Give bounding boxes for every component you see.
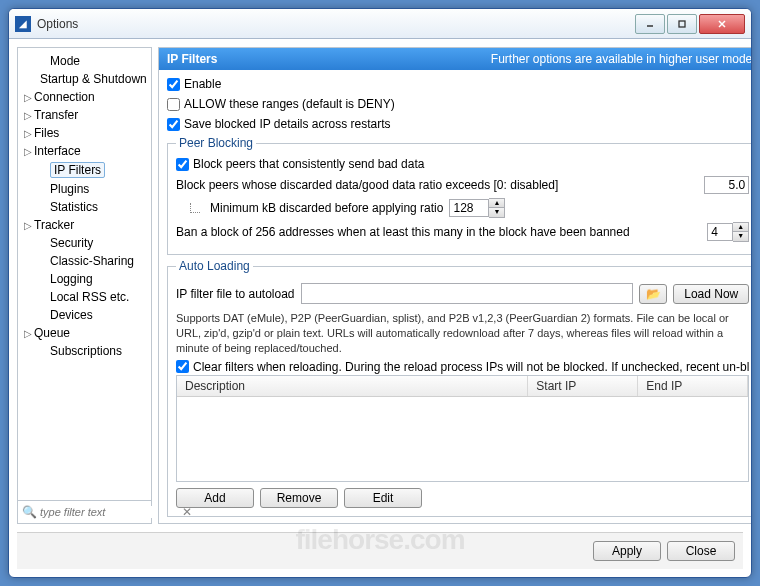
sidebar-item-label: Interface bbox=[34, 144, 81, 158]
sidebar-item-label: Logging bbox=[50, 272, 93, 286]
sidebar-item-tracker[interactable]: ▷Tracker bbox=[20, 216, 149, 234]
allow-label: ALLOW these ranges (default is DENY) bbox=[184, 97, 395, 111]
expand-icon[interactable]: ▷ bbox=[24, 220, 34, 231]
browse-button[interactable]: 📂 bbox=[639, 284, 667, 304]
sidebar-item-subscriptions[interactable]: Subscriptions bbox=[20, 342, 149, 360]
page-title: IP Filters bbox=[167, 52, 217, 66]
allow-row: ALLOW these ranges (default is DENY) bbox=[167, 96, 752, 112]
ban-block-spin-buttons: ▲ ▼ bbox=[733, 222, 749, 242]
min-kb-spin-buttons: ▲ ▼ bbox=[489, 198, 505, 218]
spin-up-icon[interactable]: ▲ bbox=[489, 199, 504, 208]
close-button[interactable]: Close bbox=[667, 541, 735, 561]
spin-up-icon[interactable]: ▲ bbox=[733, 223, 748, 232]
sidebar-item-label: Local RSS etc. bbox=[50, 290, 129, 304]
col-description[interactable]: Description bbox=[177, 376, 528, 396]
filter-table: Description Start IP End IP bbox=[176, 375, 749, 482]
sidebar-item-transfer[interactable]: ▷Transfer bbox=[20, 106, 149, 124]
minimize-button[interactable] bbox=[635, 14, 665, 34]
ban-block-row: Ban a block of 256 addresses when at lea… bbox=[176, 222, 749, 242]
content: ModeStartup & Shutdown▷Connection▷Transf… bbox=[9, 39, 751, 532]
sidebar-item-mode[interactable]: Mode bbox=[20, 52, 149, 70]
titlebar: ◢ Options bbox=[9, 9, 751, 39]
sidebar-item-label: Subscriptions bbox=[50, 344, 122, 358]
block-bad-label: Block peers that consistently send bad d… bbox=[193, 157, 424, 171]
sidebar-item-connection[interactable]: ▷Connection bbox=[20, 88, 149, 106]
enable-row: Enable bbox=[167, 76, 752, 92]
sidebar-item-label: Queue bbox=[34, 326, 70, 340]
clear-filters-checkbox[interactable] bbox=[176, 360, 189, 373]
table-body[interactable] bbox=[177, 397, 748, 481]
sidebar-item-label: Startup & Shutdown bbox=[40, 72, 147, 86]
sidebar-item-classic-sharing[interactable]: Classic-Sharing bbox=[20, 252, 149, 270]
sidebar-item-devices[interactable]: Devices bbox=[20, 306, 149, 324]
load-now-button[interactable]: Load Now bbox=[673, 284, 749, 304]
main-body: Enable ALLOW these ranges (default is DE… bbox=[159, 70, 752, 523]
add-button[interactable]: Add bbox=[176, 488, 254, 508]
ratio-row: Block peers whose discarded data/good da… bbox=[176, 176, 749, 194]
close-window-button[interactable] bbox=[699, 14, 745, 34]
min-kb-spinner: ▲ ▼ bbox=[449, 198, 505, 218]
sidebar-item-label: Files bbox=[34, 126, 59, 140]
sidebar-item-label: Plugins bbox=[50, 182, 89, 196]
sidebar-item-label: Connection bbox=[34, 90, 95, 104]
expand-icon[interactable]: ▷ bbox=[24, 110, 34, 121]
enable-checkbox[interactable] bbox=[167, 78, 180, 91]
table-header: Description Start IP End IP bbox=[177, 376, 748, 397]
edit-button[interactable]: Edit bbox=[344, 488, 422, 508]
sidebar-item-interface[interactable]: ▷Interface bbox=[20, 142, 149, 160]
sidebar-item-security[interactable]: Security bbox=[20, 234, 149, 252]
sidebar-item-local-rss-etc-[interactable]: Local RSS etc. bbox=[20, 288, 149, 306]
save-blocked-checkbox[interactable] bbox=[167, 118, 180, 131]
sidebar-item-files[interactable]: ▷Files bbox=[20, 124, 149, 142]
sidebar: ModeStartup & Shutdown▷Connection▷Transf… bbox=[17, 47, 152, 524]
options-window: ◢ Options ModeStartup & Shutdown▷Connect… bbox=[8, 8, 752, 578]
allow-checkbox[interactable] bbox=[167, 98, 180, 111]
ratio-input[interactable] bbox=[704, 176, 749, 194]
sidebar-item-plugins[interactable]: Plugins bbox=[20, 180, 149, 198]
expand-icon[interactable]: ▷ bbox=[24, 146, 34, 157]
sidebar-item-startup-shutdown[interactable]: Startup & Shutdown bbox=[20, 70, 149, 88]
sidebar-item-statistics[interactable]: Statistics bbox=[20, 198, 149, 216]
sidebar-item-queue[interactable]: ▷Queue bbox=[20, 324, 149, 342]
category-tree[interactable]: ModeStartup & Shutdown▷Connection▷Transf… bbox=[18, 48, 151, 500]
clear-filters-row: Clear filters when reloading. During the… bbox=[176, 359, 749, 375]
sidebar-item-label: IP Filters bbox=[50, 162, 105, 178]
sidebar-item-label: Devices bbox=[50, 308, 93, 322]
col-start-ip[interactable]: Start IP bbox=[528, 376, 638, 396]
sidebar-item-ip-filters[interactable]: IP Filters bbox=[20, 160, 149, 180]
tree-connector-icon bbox=[190, 203, 200, 213]
remove-button[interactable]: Remove bbox=[260, 488, 338, 508]
sidebar-item-label: Mode bbox=[50, 54, 80, 68]
sidebar-item-logging[interactable]: Logging bbox=[20, 270, 149, 288]
spin-down-icon[interactable]: ▼ bbox=[489, 208, 504, 217]
expand-icon[interactable]: ▷ bbox=[24, 92, 34, 103]
folder-icon: 📂 bbox=[646, 287, 661, 301]
expand-icon[interactable]: ▷ bbox=[24, 128, 34, 139]
window-buttons bbox=[633, 14, 745, 34]
svg-rect-1 bbox=[679, 21, 685, 27]
file-label: IP filter file to autoload bbox=[176, 287, 295, 301]
help-text: Supports DAT (eMule), P2P (PeerGuardian,… bbox=[176, 311, 749, 356]
maximize-button[interactable] bbox=[667, 14, 697, 34]
block-bad-checkbox[interactable] bbox=[176, 158, 189, 171]
table-buttons: Add Remove Edit bbox=[176, 482, 749, 508]
apply-button[interactable]: Apply bbox=[593, 541, 661, 561]
block-bad-row: Block peers that consistently send bad d… bbox=[176, 156, 749, 172]
peer-blocking-legend: Peer Blocking bbox=[176, 136, 256, 150]
sidebar-item-label: Classic-Sharing bbox=[50, 254, 134, 268]
expand-icon[interactable]: ▷ bbox=[24, 328, 34, 339]
ratio-label: Block peers whose discarded data/good da… bbox=[176, 178, 698, 192]
main-panel: IP Filters Further options are available… bbox=[158, 47, 752, 524]
min-kb-input[interactable] bbox=[449, 199, 489, 217]
file-row: IP filter file to autoload 📂 Load Now bbox=[176, 283, 749, 304]
ban-block-label: Ban a block of 256 addresses when at lea… bbox=[176, 225, 701, 239]
file-input[interactable] bbox=[301, 283, 634, 304]
col-end-ip[interactable]: End IP bbox=[638, 376, 748, 396]
ban-block-input[interactable] bbox=[707, 223, 733, 241]
page-subtitle: Further options are available in higher … bbox=[491, 52, 752, 66]
dialog-footer: Apply Close bbox=[17, 532, 743, 569]
search-icon: 🔍 bbox=[22, 505, 37, 519]
sidebar-item-label: Transfer bbox=[34, 108, 78, 122]
spin-down-icon[interactable]: ▼ bbox=[733, 232, 748, 241]
clear-filters-label: Clear filters when reloading. During the… bbox=[193, 360, 749, 374]
